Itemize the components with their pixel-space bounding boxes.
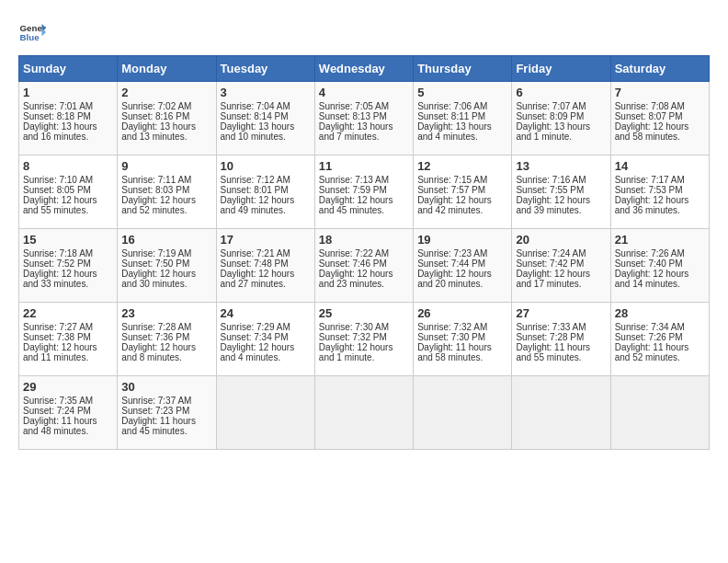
sunset: Sunset: 8:05 PM — [23, 185, 91, 195]
calendar-cell: 27Sunrise: 7:33 AMSunset: 7:28 PMDayligh… — [512, 303, 610, 376]
day-number: 27 — [516, 306, 606, 320]
calendar-cell: 25Sunrise: 7:30 AMSunset: 7:32 PMDayligh… — [314, 303, 413, 376]
day-number: 22 — [23, 306, 113, 320]
calendar-cell — [314, 376, 413, 450]
sunrise: Sunrise: 7:16 AM — [516, 175, 586, 185]
daylight-label: Daylight: 12 hours and 30 minutes. — [121, 269, 196, 289]
sunrise: Sunrise: 7:24 AM — [516, 248, 586, 259]
sunrise: Sunrise: 7:23 AM — [417, 248, 487, 259]
daylight-label: Daylight: 12 hours and 1 minute. — [319, 342, 393, 362]
sunrise: Sunrise: 7:18 AM — [23, 248, 93, 259]
calendar-cell — [216, 376, 314, 450]
sunrise: Sunrise: 7:37 AM — [121, 396, 191, 406]
sunset: Sunset: 8:14 PM — [221, 111, 289, 121]
daylight-label: Daylight: 12 hours and 39 minutes. — [516, 195, 590, 215]
daylight-label: Daylight: 13 hours and 16 minutes. — [23, 121, 97, 142]
sunset: Sunset: 7:57 PM — [417, 185, 485, 195]
daylight-label: Daylight: 13 hours and 1 minute. — [516, 121, 590, 142]
calendar-table: SundayMondayTuesdayWednesdayThursdayFrid… — [18, 55, 710, 450]
sunrise: Sunrise: 7:01 AM — [23, 101, 93, 111]
sunset: Sunset: 8:09 PM — [516, 111, 584, 121]
day-number: 15 — [23, 233, 113, 247]
day-header-wednesday: Wednesday — [314, 56, 413, 82]
daylight-label: Daylight: 12 hours and 17 minutes. — [516, 269, 590, 289]
sunset: Sunset: 7:23 PM — [121, 406, 189, 416]
sunrise: Sunrise: 7:06 AM — [417, 101, 487, 111]
daylight-label: Daylight: 11 hours and 58 minutes. — [417, 342, 492, 362]
daylight-label: Daylight: 13 hours and 13 minutes. — [121, 121, 196, 142]
day-number: 5 — [417, 86, 507, 99]
calendar-cell: 11Sunrise: 7:13 AMSunset: 7:59 PMDayligh… — [314, 155, 413, 229]
sunrise: Sunrise: 7:28 AM — [121, 322, 191, 332]
day-number: 19 — [417, 233, 507, 247]
sunrise: Sunrise: 7:30 AM — [319, 322, 389, 332]
sunset: Sunset: 7:28 PM — [516, 332, 584, 342]
day-header-tuesday: Tuesday — [216, 56, 314, 82]
day-header-friday: Friday — [512, 56, 610, 82]
sunset: Sunset: 7:38 PM — [23, 332, 91, 342]
calendar-cell: 22Sunrise: 7:27 AMSunset: 7:38 PMDayligh… — [19, 303, 118, 376]
svg-text:Blue: Blue — [20, 32, 40, 42]
day-number: 4 — [319, 86, 409, 99]
day-number: 12 — [417, 159, 507, 173]
calendar-cell: 1Sunrise: 7:01 AMSunset: 8:18 PMDaylight… — [19, 82, 118, 155]
sunrise: Sunrise: 7:13 AM — [319, 175, 389, 185]
daylight-label: Daylight: 11 hours and 45 minutes. — [121, 416, 196, 436]
logo-icon: General Blue — [18, 18, 46, 46]
sunset: Sunset: 7:34 PM — [221, 332, 289, 342]
sunrise: Sunrise: 7:08 AM — [615, 101, 685, 111]
calendar-cell: 29Sunrise: 7:35 AMSunset: 7:24 PMDayligh… — [19, 376, 118, 450]
sunset: Sunset: 7:59 PM — [319, 185, 387, 195]
daylight-label: Daylight: 12 hours and 42 minutes. — [417, 195, 492, 215]
calendar-week-3: 15Sunrise: 7:18 AMSunset: 7:52 PMDayligh… — [19, 229, 710, 303]
calendar-cell: 20Sunrise: 7:24 AMSunset: 7:42 PMDayligh… — [512, 229, 610, 303]
calendar-week-4: 22Sunrise: 7:27 AMSunset: 7:38 PMDayligh… — [19, 303, 710, 376]
page-header: General Blue — [18, 18, 710, 46]
day-number: 8 — [23, 159, 113, 173]
day-header-saturday: Saturday — [610, 56, 709, 82]
calendar-cell: 17Sunrise: 7:21 AMSunset: 7:48 PMDayligh… — [216, 229, 314, 303]
sunrise: Sunrise: 7:27 AM — [23, 322, 93, 332]
sunset: Sunset: 7:55 PM — [516, 185, 584, 195]
day-header-sunday: Sunday — [19, 56, 118, 82]
day-number: 25 — [319, 306, 409, 320]
daylight-label: Daylight: 12 hours and 4 minutes. — [221, 342, 295, 362]
day-number: 10 — [221, 159, 311, 173]
daylight-label: Daylight: 12 hours and 27 minutes. — [221, 269, 295, 289]
sunset: Sunset: 8:13 PM — [319, 111, 387, 121]
calendar-week-2: 8Sunrise: 7:10 AMSunset: 8:05 PMDaylight… — [19, 155, 710, 229]
day-number: 29 — [23, 380, 113, 394]
daylight-label: Daylight: 12 hours and 52 minutes. — [121, 195, 196, 215]
calendar-cell: 9Sunrise: 7:11 AMSunset: 8:03 PMDaylight… — [118, 155, 216, 229]
calendar-cell: 19Sunrise: 7:23 AMSunset: 7:44 PMDayligh… — [414, 229, 512, 303]
sunset: Sunset: 7:44 PM — [417, 259, 485, 269]
daylight-label: Daylight: 12 hours and 23 minutes. — [319, 269, 393, 289]
day-number: 7 — [615, 86, 705, 99]
day-number: 9 — [121, 159, 211, 173]
sunset: Sunset: 8:11 PM — [417, 111, 485, 121]
daylight-label: Daylight: 11 hours and 48 minutes. — [23, 416, 97, 436]
day-number: 20 — [516, 233, 606, 247]
sunrise: Sunrise: 7:19 AM — [121, 248, 191, 259]
calendar-cell: 26Sunrise: 7:32 AMSunset: 7:30 PMDayligh… — [414, 303, 512, 376]
day-number: 21 — [615, 233, 705, 247]
calendar-cell: 7Sunrise: 7:08 AMSunset: 8:07 PMDaylight… — [610, 82, 709, 155]
calendar-cell: 15Sunrise: 7:18 AMSunset: 7:52 PMDayligh… — [19, 229, 118, 303]
sunset: Sunset: 7:50 PM — [121, 259, 189, 269]
sunrise: Sunrise: 7:21 AM — [221, 248, 290, 259]
sunrise: Sunrise: 7:15 AM — [417, 175, 487, 185]
daylight-label: Daylight: 12 hours and 58 minutes. — [615, 121, 689, 142]
day-number: 2 — [121, 86, 211, 99]
day-number: 11 — [319, 159, 409, 173]
sunset: Sunset: 7:42 PM — [516, 259, 584, 269]
sunrise: Sunrise: 7:22 AM — [319, 248, 389, 259]
sunrise: Sunrise: 7:34 AM — [615, 322, 685, 332]
sunset: Sunset: 7:53 PM — [615, 185, 683, 195]
day-number: 14 — [615, 159, 705, 173]
calendar-cell: 3Sunrise: 7:04 AMSunset: 8:14 PMDaylight… — [216, 82, 314, 155]
daylight-label: Daylight: 11 hours and 55 minutes. — [516, 342, 590, 362]
day-header-thursday: Thursday — [414, 56, 512, 82]
sunrise: Sunrise: 7:02 AM — [121, 101, 191, 111]
calendar-cell: 5Sunrise: 7:06 AMSunset: 8:11 PMDaylight… — [414, 82, 512, 155]
daylight-label: Daylight: 12 hours and 33 minutes. — [23, 269, 97, 289]
